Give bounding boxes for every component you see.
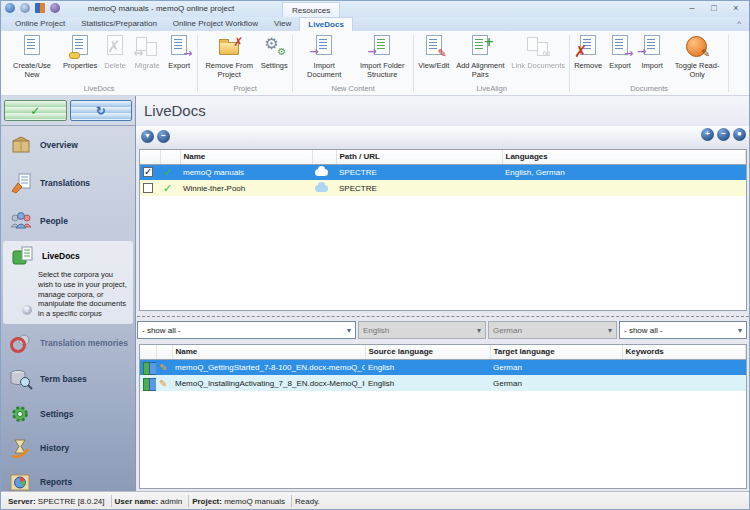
- collapse-ribbon-icon[interactable]: ^: [737, 18, 741, 30]
- sidebar-item-translation-memories[interactable]: Translation memories: [1, 325, 135, 361]
- import-folder-structure-button[interactable]: Import Folder Structure: [353, 33, 411, 80]
- document-source-column-header[interactable]: Source language: [365, 345, 490, 359]
- checkbox-checked[interactable]: [143, 167, 153, 177]
- remove-corpus-button[interactable]: −: [717, 128, 730, 141]
- refresh-icon: ↻: [96, 104, 106, 118]
- people-icon: [9, 210, 33, 232]
- corpus-use-cell[interactable]: [140, 180, 160, 196]
- document-row[interactable]: MemoQ_InstallingActivating_7_8_EN.docx-M…: [140, 375, 746, 391]
- properties-button[interactable]: Properties: [61, 33, 99, 71]
- check-icon: ✓: [30, 104, 40, 118]
- refresh-button[interactable]: ↻: [70, 100, 133, 121]
- ribbon-group-label: Project: [200, 83, 290, 95]
- close-button[interactable]: ×: [725, 1, 747, 17]
- document-type-cell: [140, 359, 156, 375]
- document-row[interactable]: memoQ_GettingStarted_7-8-100_EN.docx-mem…: [140, 359, 746, 375]
- keywords-filter-dropdown[interactable]: - show all -: [619, 321, 747, 339]
- filter-funnel-button[interactable]: ▾: [141, 130, 154, 143]
- sidebar-item-history[interactable]: History: [1, 431, 135, 465]
- sidebar-item-translations[interactable]: Translations: [1, 164, 135, 202]
- export-corpus-button[interactable]: Export: [163, 33, 195, 71]
- remove-document-icon: [574, 34, 602, 60]
- sidebar-item-term-bases[interactable]: Term bases: [1, 361, 135, 397]
- sidebar-item-people[interactable]: People: [1, 202, 135, 240]
- create-use-new-button[interactable]: Create/Use New: [3, 33, 61, 80]
- delete-icon: [101, 34, 129, 60]
- export-document-icon: [606, 34, 634, 60]
- checkbox-unchecked[interactable]: [143, 183, 153, 193]
- memoq-app-icon[interactable]: [5, 3, 15, 13]
- document-keywords-column-header[interactable]: Keywords: [622, 345, 746, 359]
- corpus-status-column-header[interactable]: [160, 150, 180, 164]
- import-document2-button[interactable]: Import: [636, 33, 668, 71]
- remove-from-project-button[interactable]: Remove From Project: [200, 33, 258, 80]
- corpus-filter-dropdown[interactable]: - show all -: [137, 321, 356, 339]
- corpus-path-cell[interactable]: SPECTRE: [336, 180, 502, 196]
- document-edit-column-header[interactable]: [156, 345, 172, 359]
- corpus-use-column-header[interactable]: [140, 150, 160, 164]
- export-document-button[interactable]: Export: [604, 33, 636, 71]
- corpus-path-cell[interactable]: SPECTRE: [336, 164, 502, 180]
- ribbon-group-project: Remove From Project Settings Project: [200, 32, 290, 95]
- corpus-use-cell[interactable]: [140, 164, 160, 180]
- view-edit-button[interactable]: View/Edit: [416, 33, 451, 71]
- corpus-languages-column-header[interactable]: Languages: [502, 150, 746, 164]
- tab-livedocs[interactable]: LiveDocs: [299, 17, 353, 31]
- delete-button: Delete: [99, 33, 131, 71]
- sidebar-item-settings[interactable]: Settings: [1, 397, 135, 431]
- import-document-button[interactable]: Import Document: [295, 33, 353, 80]
- tab-online-project[interactable]: Online Project: [7, 17, 73, 31]
- tab-view[interactable]: View: [266, 17, 299, 31]
- settings-button[interactable]: Settings: [258, 33, 290, 71]
- migrate-icon: [133, 34, 161, 60]
- apply-changes-button[interactable]: ✓: [4, 100, 67, 121]
- chevron-down-icon: [347, 326, 351, 335]
- document-keywords-cell[interactable]: [622, 375, 746, 391]
- remove-document-button[interactable]: Remove: [572, 33, 604, 71]
- corpus-name-column-header[interactable]: Name: [180, 150, 312, 164]
- status-user: User name: admin: [112, 497, 189, 506]
- corpus-name-cell[interactable]: memoQ manuals: [180, 164, 312, 180]
- sidebar-item-overview[interactable]: Overview: [1, 126, 135, 164]
- tab-online-project-workflow[interactable]: Online Project Workflow: [165, 17, 266, 31]
- corpus-row[interactable]: Winnie-ther-Pooh SPECTRE: [140, 180, 746, 196]
- add-alignment-pairs-button[interactable]: Add Alignment Pairs: [451, 33, 509, 80]
- document-source-cell[interactable]: English: [365, 359, 490, 375]
- corpus-languages-cell[interactable]: English, German: [502, 164, 746, 180]
- sphere-button[interactable]: ●: [733, 128, 746, 141]
- document-target-cell[interactable]: German: [490, 375, 622, 391]
- options-gear-icon[interactable]: [20, 3, 30, 13]
- import-document-icon: [310, 34, 338, 60]
- chevron-down-icon: [477, 326, 481, 335]
- target-language-filter-dropdown: German: [488, 321, 617, 339]
- cloud-icon: [315, 169, 328, 176]
- sidebar-item-livedocs[interactable]: LiveDocs: [3, 241, 133, 270]
- corpus-name-cell[interactable]: Winnie-ther-Pooh: [180, 180, 312, 196]
- tab-statistics-preparation[interactable]: Statistics/Preparation: [73, 17, 165, 31]
- add-corpus-button[interactable]: +: [701, 128, 714, 141]
- corpus-location-column-header[interactable]: [312, 150, 336, 164]
- history-hourglass-icon: [9, 437, 33, 459]
- cloud-icon: [315, 185, 328, 192]
- toggle-read-only-button[interactable]: Toggle Read-Only: [668, 33, 726, 80]
- status-project: Project: memoQ manuals: [189, 497, 291, 506]
- maximize-button[interactable]: □: [703, 1, 725, 17]
- window-controls: – □ ×: [681, 1, 747, 17]
- alignment-pair-icon: [143, 378, 156, 389]
- ribbon-group-label: LiveAlign: [416, 83, 567, 95]
- corpus-row[interactable]: memoQ manuals SPECTRE English, German: [140, 164, 746, 180]
- clear-filter-button[interactable]: −: [157, 130, 170, 143]
- document-name-cell[interactable]: MemoQ_InstallingActivating_7_8_EN.docx-M…: [172, 375, 365, 391]
- document-keywords-cell[interactable]: [622, 359, 746, 375]
- document-target-cell[interactable]: German: [490, 359, 622, 375]
- document-source-cell[interactable]: English: [365, 375, 490, 391]
- corpus-languages-cell[interactable]: [502, 180, 746, 196]
- document-name-column-header[interactable]: Name: [172, 345, 365, 359]
- resources-context-tab[interactable]: Resources: [282, 2, 340, 17]
- help-icon[interactable]: ?: [22, 305, 32, 315]
- document-type-column-header[interactable]: [140, 345, 156, 359]
- minimize-button[interactable]: –: [681, 1, 703, 17]
- document-name-cell[interactable]: memoQ_GettingStarted_7-8-100_EN.docx-mem…: [172, 359, 365, 375]
- document-target-column-header[interactable]: Target language: [490, 345, 622, 359]
- corpus-path-column-header[interactable]: Path / URL: [336, 150, 502, 164]
